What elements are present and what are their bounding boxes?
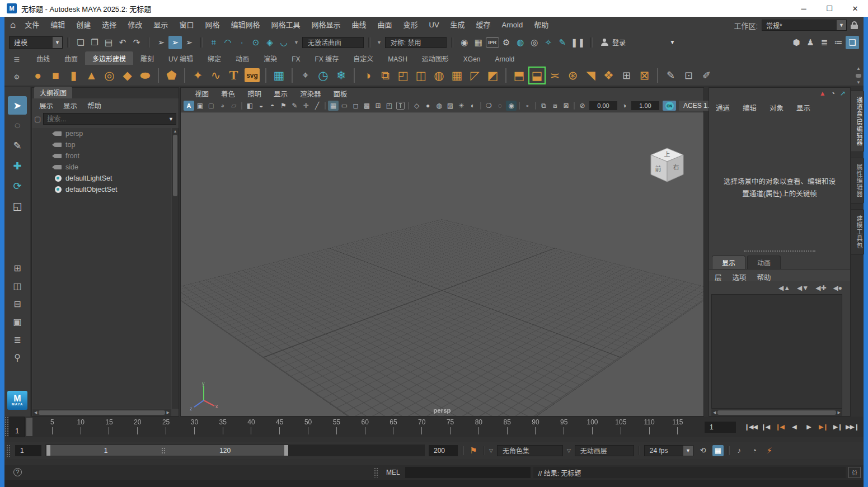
layer-editor-menu-item[interactable]: 帮助	[757, 272, 782, 281]
shelf-tab[interactable]: 自定义	[346, 51, 381, 65]
shadows-button[interactable]: ◐	[467, 101, 478, 111]
animation-end-field[interactable]: 200	[429, 445, 458, 456]
lights-button[interactable]: ☀	[456, 101, 467, 111]
graph-editor-icon[interactable]: ↗	[840, 89, 846, 97]
mirror-icon[interactable]: ◫	[412, 67, 430, 84]
light-editor-button[interactable]: ✧	[542, 36, 555, 49]
magnifier-icon[interactable]: ⚲	[9, 350, 26, 365]
live-surface-field[interactable]: 无激活曲面	[302, 37, 364, 48]
isolate-select-button[interactable]: ▫	[522, 101, 533, 111]
drag-grip[interactable]	[6, 445, 11, 457]
menu-item[interactable]: 变形	[397, 17, 423, 34]
move-layer-down-icon[interactable]: ◀▼	[797, 284, 809, 292]
outliner-menu-item[interactable]: 展示	[34, 100, 58, 111]
new-empty-layer-icon[interactable]: ◀●	[833, 284, 842, 292]
shelf-tab[interactable]: 多边形建模	[85, 51, 133, 65]
motion-blur-button[interactable]: ◌	[495, 101, 505, 111]
shelf-scrollbar[interactable]: ▲ ▼	[855, 66, 862, 85]
shelf-tab[interactable]: 雕刻	[133, 51, 161, 65]
crop-region-button[interactable]: ⊠	[561, 101, 571, 111]
script-editor-icon[interactable]: {;}	[848, 467, 861, 478]
multi-cut-icon[interactable]: ✎	[662, 67, 679, 84]
delete-history-icon[interactable]: ◷	[315, 67, 332, 84]
panel-menu-item[interactable]: 着色	[215, 88, 241, 99]
gamma-field[interactable]: 1.00	[631, 101, 659, 110]
viewport-separator[interactable]	[325, 102, 326, 110]
menu-set-select[interactable]: 建模 ▼	[9, 36, 63, 49]
anim-layer-select[interactable]: 无动画层	[575, 445, 634, 456]
field-chart-button[interactable]: ⊞	[373, 101, 383, 111]
poly-remesh-icon[interactable]: ⊠	[636, 67, 653, 84]
safe-action-button[interactable]: ◰	[384, 101, 395, 111]
type-tool-icon[interactable]: T	[225, 67, 242, 84]
toolbar-separator[interactable]	[67, 37, 69, 48]
image-plane-button[interactable]: ✎	[289, 101, 300, 111]
multisample-button[interactable]: ◉	[506, 101, 517, 111]
sweep-mesh-icon[interactable]: ✦	[189, 67, 207, 84]
attribute-editor-button[interactable]: ≣	[818, 36, 831, 49]
wireframe-button[interactable]: ◇	[411, 101, 422, 111]
animation-preferences-icon[interactable]: ▦	[712, 445, 724, 456]
save-scene-button[interactable]: ▤	[102, 36, 115, 49]
outliner-item[interactable]: top	[32, 139, 171, 150]
shelf-menu-icon[interactable]: ☰	[14, 56, 20, 64]
paint-settings-button[interactable]: ✎	[556, 36, 569, 49]
chevron-down-icon[interactable]: ▼	[166, 114, 176, 124]
smooth-shade-button[interactable]: ●	[423, 101, 433, 111]
shelf-tab[interactable]: 渲染	[256, 51, 284, 65]
snap-to-projected-center-button[interactable]: ⊙	[249, 36, 262, 49]
shelf-tab[interactable]: 动画	[228, 51, 256, 65]
outliner-vertical-scrollbar[interactable]: ▲	[172, 128, 179, 409]
outliner-item[interactable]: defaultLightSet	[32, 173, 171, 184]
color-management-toggle[interactable]: ON	[663, 101, 676, 111]
transform-handles-icon[interactable]: ⊡	[680, 67, 697, 84]
close-button[interactable]: ✕	[842, 0, 868, 17]
layer-editor-menu-item[interactable]: 选项	[733, 272, 757, 281]
menu-item[interactable]: 曲面	[372, 17, 397, 34]
menu-item[interactable]: 生成	[445, 17, 471, 34]
menu-item[interactable]: 帮助	[528, 17, 554, 34]
shelf-separator[interactable]	[158, 68, 159, 83]
channel-box-menu-item[interactable]: 对象	[770, 102, 796, 113]
separate-icon[interactable]: ◰	[395, 67, 412, 84]
chevron-down-icon[interactable]: ▼	[375, 40, 383, 45]
selection-box-icon[interactable]: ▢	[34, 115, 41, 123]
shelf-tab[interactable]: UV 编辑	[161, 51, 200, 65]
center-pivot-icon[interactable]: ⌖	[297, 67, 314, 84]
home-icon[interactable]: ⌂	[10, 20, 16, 31]
shelf-tab[interactable]: FX 缓存	[307, 51, 346, 65]
viewport-separator[interactable]	[241, 102, 242, 110]
menu-item[interactable]: 显示	[148, 17, 173, 34]
textured-button[interactable]: ◍	[434, 101, 444, 111]
sidebar-tab[interactable]: 建模工具包	[851, 209, 864, 255]
mel-label[interactable]: MEL	[381, 469, 405, 476]
shelf-tab[interactable]: 曲面	[57, 51, 85, 65]
annotate-button[interactable]: ╱	[312, 101, 322, 111]
move-layer-up-icon[interactable]: ◀▲	[778, 284, 790, 292]
bevel-icon[interactable]: ⬓	[528, 67, 546, 84]
shelf-separator[interactable]	[184, 68, 185, 83]
chevron-down-icon[interactable]: ▼	[683, 446, 693, 456]
layout-persp-outliner-button[interactable]: ◫	[9, 278, 26, 293]
make-live-button[interactable]: ◡	[277, 36, 290, 49]
bookmark-view-button[interactable]: ⚑	[278, 101, 289, 111]
paste-buffer-button[interactable]: ⧇	[550, 101, 560, 111]
menu-item[interactable]: 编辑网格	[225, 17, 265, 34]
menu-item[interactable]: 网格	[199, 17, 225, 34]
snap-to-curves-button[interactable]: ◠	[221, 36, 234, 49]
panel-divider[interactable]	[744, 250, 815, 252]
layer-editor-menu-item[interactable]: 层	[715, 272, 733, 281]
platonic-solid-icon[interactable]: ⬟	[163, 67, 180, 84]
step-back-key-button[interactable]: ❙◀	[773, 423, 787, 431]
circularize-icon[interactable]: ⊛	[564, 67, 581, 84]
menu-item[interactable]: Arnold	[496, 17, 529, 34]
exposure-field[interactable]: 0.00	[589, 101, 617, 110]
workspace-select[interactable]: 常规* ▼	[762, 20, 847, 31]
pause-viewport-button[interactable]: ❚❚	[570, 36, 586, 49]
select-component-button[interactable]: ➢	[182, 36, 196, 49]
select-tool[interactable]: ➤	[8, 96, 27, 115]
menu-item[interactable]: 网格显示	[306, 17, 346, 34]
viewport-separator[interactable]	[535, 102, 536, 110]
range-grip[interactable]	[161, 447, 166, 454]
shelf-separator[interactable]	[265, 68, 266, 83]
